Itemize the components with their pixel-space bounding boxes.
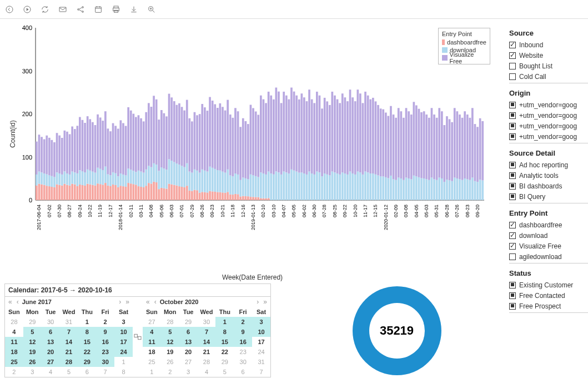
calendar-day[interactable]: 30 [198, 317, 216, 327]
checkbox-icon[interactable] [509, 42, 516, 48]
filter-item[interactable]: Website [509, 50, 588, 61]
checkbox-icon[interactable] [509, 183, 516, 190]
calendar-day[interactable]: 19 [23, 347, 42, 357]
calendar-day[interactable]: 8 [215, 327, 234, 337]
calendar-day[interactable]: 16 [234, 337, 252, 347]
calendar-day[interactable]: 18 [5, 347, 23, 357]
prev-month-icon[interactable]: ‹ [16, 298, 20, 306]
calendar-day[interactable]: 7 [198, 327, 216, 337]
calendar-day[interactable]: 16 [96, 337, 114, 347]
link-range-icon[interactable] [133, 297, 143, 377]
filter-item[interactable]: dashboardfree [509, 220, 588, 230]
play-icon[interactable] [22, 4, 32, 14]
calendar-day[interactable]: 3 [23, 367, 42, 377]
checkbox-icon[interactable] [509, 222, 516, 228]
calendar-day[interactable]: 29 [23, 317, 42, 327]
calendar-day[interactable]: 24 [114, 347, 133, 357]
calendar-day[interactable]: 4 [5, 327, 23, 337]
calendar-day[interactable]: 8 [78, 327, 96, 337]
calendar-day[interactable]: 26 [23, 357, 42, 367]
calendar-day[interactable]: 22 [215, 347, 234, 357]
calendar-day[interactable]: 2 [5, 367, 23, 377]
checkbox-icon[interactable] [509, 303, 516, 310]
calendar-day[interactable]: 29 [78, 357, 96, 367]
calendar-day[interactable]: 6 [78, 367, 96, 377]
filter-item[interactable]: Ad hoc reporting [509, 160, 588, 170]
calendar-day[interactable]: 11 [143, 337, 161, 347]
calendar-day[interactable]: 18 [143, 347, 161, 357]
filter-item[interactable]: +utm_vendor=goog [509, 100, 588, 110]
prev-month-icon[interactable]: ‹ [153, 298, 158, 306]
next-month-icon[interactable]: › [118, 298, 122, 306]
calendar-day[interactable]: 11 [5, 337, 23, 347]
calendar-day[interactable]: 4 [143, 327, 161, 337]
checkbox-icon[interactable] [509, 112, 516, 119]
filter-item[interactable]: +utm_vendor=goog [509, 131, 588, 142]
calendar-day[interactable]: 8 [114, 367, 133, 377]
filter-item[interactable]: agiledownload [509, 251, 588, 262]
calendar-day[interactable]: 7 [60, 327, 78, 337]
calendar-day[interactable]: 22 [78, 347, 96, 357]
calendar-day[interactable]: 10 [252, 327, 270, 337]
refresh-icon[interactable] [40, 4, 50, 14]
calendar-day[interactable]: 2 [161, 367, 179, 377]
checkbox-icon[interactable] [509, 243, 516, 250]
calendar-day[interactable]: 31 [60, 317, 78, 327]
calendar-day[interactable]: 21 [60, 347, 78, 357]
calendar-day[interactable]: 6 [234, 367, 252, 377]
filter-item[interactable]: BI Query [509, 191, 588, 202]
checkbox-icon[interactable] [509, 193, 516, 200]
checkbox-icon[interactable] [509, 63, 516, 69]
calendar-day[interactable]: 24 [252, 347, 270, 357]
print-icon[interactable] [111, 4, 121, 14]
calendar-day[interactable]: 17 [114, 337, 133, 347]
next-year-icon[interactable]: » [124, 298, 130, 306]
zoom-in-icon[interactable] [147, 4, 157, 14]
filter-item[interactable]: Bought List [509, 61, 588, 71]
calendar-day[interactable]: 15 [215, 337, 234, 347]
checkbox-icon[interactable] [509, 162, 516, 168]
filter-item[interactable]: Cold Call [509, 71, 588, 82]
checkbox-icon[interactable] [509, 52, 516, 59]
filter-item[interactable]: Free Prospect [509, 301, 588, 311]
filter-item[interactable]: +utm_vendor=goog [509, 110, 588, 121]
calendar-day[interactable]: 26 [161, 357, 179, 367]
calendar-day[interactable]: 25 [143, 357, 161, 367]
filter-item[interactable]: BI dashboards [509, 181, 588, 191]
prev-year-icon[interactable]: « [145, 298, 151, 306]
calendar-day[interactable]: 5 [161, 327, 179, 337]
checkbox-icon[interactable] [509, 73, 516, 80]
calendar-day[interactable]: 9 [96, 327, 114, 337]
calendar-day[interactable]: 4 [198, 367, 216, 377]
filter-item[interactable]: download [509, 230, 588, 241]
calendar-day[interactable]: 12 [23, 337, 42, 347]
calendar-day[interactable]: 29 [215, 357, 234, 367]
filter-item[interactable]: +utm_vendor=goog [509, 121, 588, 131]
filter-item[interactable]: Existing Customer [509, 280, 588, 290]
calendar-day[interactable]: 27 [179, 357, 198, 367]
calendar-day[interactable]: 1 [215, 317, 234, 327]
calendar-icon[interactable] [93, 4, 103, 14]
calendar-day[interactable]: 15 [78, 337, 96, 347]
checkbox-icon[interactable] [509, 133, 516, 140]
calendar-day[interactable]: 7 [252, 367, 270, 377]
calendar-day[interactable]: 14 [60, 337, 78, 347]
calendar-day[interactable]: 20 [179, 347, 198, 357]
calendar-day[interactable]: 23 [96, 347, 114, 357]
calendar-day[interactable]: 10 [114, 327, 133, 337]
calendar-day[interactable]: 28 [198, 357, 216, 367]
calendar-day[interactable]: 28 [60, 357, 78, 367]
back-icon[interactable] [4, 4, 14, 14]
prev-year-icon[interactable]: « [7, 298, 13, 306]
calendar-day[interactable]: 28 [161, 317, 179, 327]
calendar-day[interactable]: 31 [252, 357, 270, 367]
filter-item[interactable]: Analytic tools [509, 170, 588, 181]
filter-item[interactable]: Visualize Free [509, 241, 588, 251]
checkbox-icon[interactable] [509, 123, 516, 130]
filter-item[interactable]: Free Contacted [509, 290, 588, 301]
filter-item[interactable]: Inbound [509, 39, 588, 50]
calendar-day[interactable]: 14 [198, 337, 216, 347]
calendar-day[interactable]: 1 [143, 367, 161, 377]
calendar-day[interactable]: 19 [161, 347, 179, 357]
next-year-icon[interactable]: » [262, 298, 268, 306]
